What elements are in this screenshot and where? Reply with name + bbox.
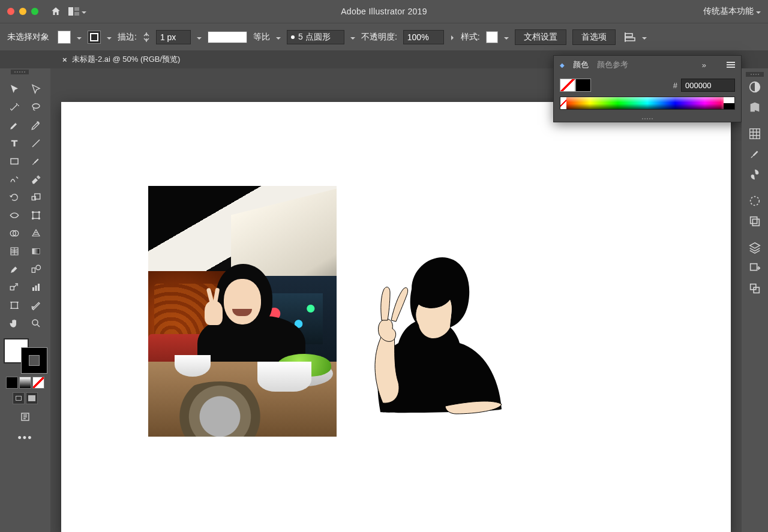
brush-definition[interactable]: 5 点圆形	[287, 30, 344, 44]
title-bar: Adobe Illustrator 2019 传统基本功能	[0, 0, 768, 23]
chevron-down-icon	[350, 32, 355, 42]
svg-rect-38	[754, 287, 759, 293]
paintbrush-tool[interactable]	[25, 152, 47, 170]
color-mode-solid[interactable]	[6, 377, 18, 389]
perspective-grid-tool[interactable]	[25, 224, 47, 242]
workspace-label: 传统基本功能	[703, 6, 754, 17]
eyedropper-tool[interactable]	[4, 260, 25, 278]
blend-tool[interactable]	[25, 260, 47, 278]
opacity-input[interactable]: 100%	[403, 30, 444, 44]
panel-resize-grip[interactable]	[554, 116, 741, 122]
minimize-window-button[interactable]	[19, 8, 26, 15]
chevron-down-icon	[197, 32, 202, 42]
zoom-tool[interactable]	[25, 314, 47, 332]
panel-grip[interactable]	[11, 70, 29, 74]
rotate-tool[interactable]	[4, 188, 25, 206]
svg-rect-4	[625, 38, 635, 41]
workspace-switcher[interactable]: 传统基本功能	[703, 6, 761, 17]
color-panel-button[interactable]	[742, 77, 768, 97]
symbols-panel-button[interactable]	[742, 164, 768, 185]
free-transform-tool[interactable]	[25, 206, 47, 224]
svg-rect-37	[751, 284, 756, 290]
color-guide-tab[interactable]: 颜色参考	[597, 59, 628, 70]
shaper-tool[interactable]	[4, 170, 25, 188]
close-tab-button[interactable]: ×	[62, 55, 67, 64]
eraser-tool[interactable]	[25, 170, 47, 188]
layers-panel-button[interactable]	[742, 238, 768, 258]
canvas-area[interactable]	[50, 68, 742, 532]
color-spectrum[interactable]	[560, 97, 735, 110]
artboards-panel-button[interactable]	[742, 278, 768, 299]
shape-builder-tool[interactable]	[4, 224, 25, 242]
color-tab[interactable]: 颜色	[573, 59, 589, 70]
document-setup-button[interactable]: 文档设置	[515, 29, 566, 45]
line-tool[interactable]	[25, 134, 47, 152]
svg-rect-30	[727, 67, 735, 68]
artboard[interactable]	[61, 102, 731, 532]
gradient-tool[interactable]	[25, 242, 47, 260]
svg-point-26	[32, 320, 38, 325]
rectangle-tool[interactable]	[4, 152, 25, 170]
svg-rect-0	[68, 7, 73, 16]
placed-image[interactable]	[148, 186, 337, 437]
preferences-button[interactable]: 首选项	[572, 29, 616, 45]
chevron-down-icon	[504, 32, 509, 42]
color-mode-gradient[interactable]	[19, 377, 31, 389]
svg-rect-1	[74, 7, 79, 11]
type-tool[interactable]	[4, 134, 25, 152]
arrange-documents-button[interactable]	[68, 7, 86, 16]
home-button[interactable]	[49, 5, 62, 18]
close-window-button[interactable]	[7, 8, 14, 15]
stroke-width-input[interactable]: 1 px	[156, 30, 191, 44]
scale-tool[interactable]	[25, 188, 47, 206]
fill-stroke-indicator[interactable]	[4, 338, 47, 373]
panel-menu-icon[interactable]	[727, 61, 735, 68]
lasso-tool[interactable]	[25, 98, 47, 116]
collapse-panel-button[interactable]: »	[702, 61, 706, 70]
artboard-tool[interactable]	[4, 296, 25, 314]
transparency-panel-button[interactable]	[742, 211, 768, 232]
color-mode-none[interactable]	[32, 377, 44, 389]
selection-tool[interactable]	[4, 80, 25, 98]
hand-tool[interactable]	[4, 314, 25, 332]
stroke-black-swatch[interactable]	[575, 79, 591, 92]
svg-point-20	[36, 265, 41, 270]
brushes-panel-button[interactable]	[742, 144, 768, 164]
link-icon[interactable]	[143, 31, 150, 43]
stroke-profile-swatch[interactable]	[208, 31, 247, 43]
pen-tool[interactable]	[4, 116, 25, 134]
fill-none-swatch[interactable]	[560, 79, 575, 92]
chevron-down-icon	[82, 7, 86, 16]
asset-export-panel-button[interactable]	[742, 258, 768, 278]
slice-tool[interactable]	[25, 296, 47, 314]
screen-mode-full[interactable]	[26, 392, 38, 404]
right-panel-dock	[742, 68, 768, 532]
edit-toolbar-button[interactable]	[20, 411, 31, 422]
chevron-down-icon	[642, 32, 647, 42]
direct-selection-tool[interactable]	[25, 80, 47, 98]
color-guide-panel-button[interactable]	[742, 97, 768, 118]
panel-grip[interactable]	[746, 72, 764, 77]
swatches-panel-button[interactable]	[742, 124, 768, 144]
screen-mode-normal[interactable]	[13, 392, 25, 404]
graphic-style-swatch[interactable]	[486, 31, 498, 43]
svg-rect-2	[74, 12, 79, 16]
column-graph-tool[interactable]	[25, 278, 47, 296]
mesh-tool[interactable]	[4, 242, 25, 260]
magic-wand-tool[interactable]	[4, 98, 25, 116]
stroke-panel-button[interactable]	[742, 191, 768, 211]
stroke-indicator[interactable]	[22, 348, 47, 373]
document-tab[interactable]: × 未标题-2.ai @ 50% (RGB/预览)	[56, 50, 186, 68]
maximize-window-button[interactable]	[31, 8, 38, 15]
width-tool[interactable]	[4, 206, 25, 224]
fill-swatch[interactable]	[58, 31, 71, 44]
symbol-sprayer-tool[interactable]	[4, 278, 25, 296]
curvature-tool[interactable]	[25, 116, 47, 134]
align-icon[interactable]	[624, 31, 636, 43]
chevron-down-icon	[107, 32, 112, 42]
more-tools-button[interactable]: •••	[18, 432, 33, 444]
hex-input[interactable]	[681, 79, 735, 92]
stroke-swatch[interactable]	[88, 31, 101, 44]
vector-artwork[interactable]	[344, 253, 512, 421]
svg-point-11	[32, 212, 34, 213]
